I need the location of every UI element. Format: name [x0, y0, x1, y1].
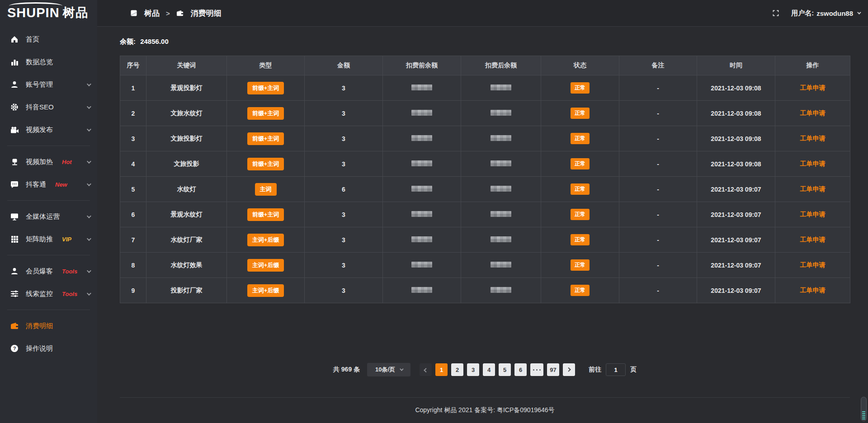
brand-logo: SHUPIN 树品	[0, 0, 97, 25]
widget-stripes	[862, 411, 865, 419]
cell-remark: -	[619, 75, 697, 101]
sidebar-item-label: 数据总览	[26, 58, 53, 66]
goto-suffix: 页	[630, 366, 637, 374]
app-icon	[131, 10, 137, 16]
status-badge: 正常	[571, 234, 590, 245]
wallet-icon	[176, 10, 184, 16]
cell-time: 2021-12-03 09:07	[697, 278, 775, 303]
goto-page-input[interactable]	[606, 363, 626, 376]
type-tag: 前缀+主词	[247, 82, 284, 94]
breadcrumb-current[interactable]: 消费明细	[176, 8, 222, 19]
username-value: zswodun88	[816, 9, 853, 17]
chevron-down-icon	[87, 159, 91, 164]
sidebar-item-video-publish[interactable]: 视频发布	[0, 118, 97, 141]
chevron-down-icon	[400, 367, 403, 371]
wallet-icon	[10, 322, 19, 329]
sidebar-item-matrix-boost[interactable]: 矩阵助推 VIP	[0, 228, 97, 250]
type-tag: 主词+后缀	[247, 284, 284, 297]
cell-action: 工单申请	[775, 101, 850, 126]
next-page-button[interactable]	[563, 363, 575, 376]
prev-page-button[interactable]	[420, 363, 432, 376]
video-camera-icon	[10, 126, 19, 134]
page-button-4[interactable]: 4	[483, 363, 495, 376]
ticket-apply-link[interactable]: 工单申请	[800, 211, 826, 218]
sidebar-item-account[interactable]: 账号管理	[0, 73, 97, 96]
sidebar-item-lead-monitor[interactable]: 线索监控 Tools	[0, 282, 97, 305]
ticket-apply-link[interactable]: 工单申请	[800, 236, 826, 243]
ticket-apply-link[interactable]: 工单申请	[800, 261, 826, 268]
status-badge: 正常	[571, 209, 590, 220]
breadcrumb-root[interactable]: 树品	[131, 8, 160, 19]
sidebar-item-label: 账号管理	[26, 80, 53, 89]
page-button-2[interactable]: 2	[451, 363, 463, 376]
cell-status: 正常	[541, 126, 619, 151]
chevron-down-icon	[87, 268, 91, 273]
status-badge: 正常	[571, 82, 590, 94]
type-tag: 前缀+主词	[247, 208, 284, 221]
table-row: 8 水纹灯效果 主词+后缀 3 正常 - 2021-12-03 09:07 工单…	[120, 253, 850, 278]
sidebar-item-consumption-detail[interactable]: 消费明细	[0, 315, 97, 337]
more-pages-button[interactable]	[530, 363, 543, 376]
page-button-3[interactable]: 3	[467, 363, 479, 376]
cell-index: 2	[120, 101, 146, 126]
ticket-apply-link[interactable]: 工单申请	[800, 160, 826, 167]
breadcrumb: 树品 > 消费明细	[131, 8, 222, 19]
cell-status: 正常	[541, 202, 619, 227]
user-icon	[10, 267, 19, 275]
ticket-apply-link[interactable]: 工单申请	[800, 185, 826, 193]
page-button-1[interactable]: 1	[435, 363, 448, 376]
sidebar-item-label: 矩阵助推	[26, 235, 53, 244]
sidebar-item-omnimedia[interactable]: 全媒体运营	[0, 205, 97, 228]
page-button-last[interactable]: 97	[547, 363, 559, 376]
sidebar: SHUPIN 树品 首页 数据总览 账号管理 抖音SEO	[0, 0, 97, 423]
floating-widget[interactable]	[861, 397, 867, 421]
page-button-6[interactable]: 6	[514, 363, 527, 376]
cell-index: 5	[120, 177, 146, 202]
sidebar-divider	[7, 255, 90, 255]
status-badge: 正常	[571, 183, 590, 195]
username-label: 用户名:	[791, 9, 814, 18]
ticket-apply-link[interactable]: 工单申请	[800, 109, 826, 117]
cell-balance-before	[383, 151, 461, 177]
cell-index: 8	[120, 253, 146, 278]
cell-status: 正常	[541, 151, 619, 177]
page-size-select[interactable]: 10条/页	[367, 363, 410, 376]
cell-keyword: 文旅投影灯	[146, 126, 227, 151]
ticket-apply-link[interactable]: 工单申请	[800, 84, 826, 91]
page-size-value: 10条/页	[375, 366, 395, 374]
type-tag: 前缀+主词	[247, 132, 284, 145]
ticket-apply-link[interactable]: 工单申请	[800, 135, 826, 142]
sidebar-item-member-burst[interactable]: 会员爆客 Tools	[0, 260, 97, 282]
col-header-time: 时间	[697, 56, 775, 75]
redacted-balance	[411, 85, 432, 90]
fullscreen-icon[interactable]	[772, 9, 779, 17]
balance-label: 余额:	[120, 38, 136, 45]
cell-keyword: 水纹灯	[146, 177, 227, 202]
sidebar-item-label: 抖音SEO	[26, 103, 54, 112]
svg-text:?: ?	[13, 346, 16, 351]
cell-balance-before	[383, 278, 461, 303]
breadcrumb-root-label: 树品	[144, 8, 160, 19]
cell-time: 2021-12-03 09:07	[697, 177, 775, 202]
page-button-5[interactable]: 5	[499, 363, 511, 376]
user-menu[interactable]: 用户名: zswodun88	[791, 9, 860, 18]
goto-label: 前往	[589, 366, 601, 374]
type-tag: 前缀+主词	[247, 158, 284, 170]
sidebar-item-home[interactable]: 首页	[0, 28, 97, 51]
sidebar-item-label: 视频发布	[26, 126, 53, 134]
redacted-balance	[491, 236, 511, 242]
sidebar-item-instructions[interactable]: ? 操作说明	[0, 337, 97, 360]
cell-type: 主词+后缀	[227, 278, 305, 303]
chevron-down-icon	[87, 182, 91, 186]
bar-chart-icon	[10, 58, 19, 66]
sidebar-item-video-heat[interactable]: 视频加热 Hot	[0, 150, 97, 173]
cell-action: 工单申请	[775, 202, 850, 227]
sidebar-item-douyin-seo[interactable]: 抖音SEO	[0, 96, 97, 118]
sidebar-item-label: 操作说明	[26, 344, 53, 353]
ticket-apply-link[interactable]: 工单申请	[800, 287, 826, 294]
chevron-down-icon	[87, 214, 91, 218]
sidebar-item-data-overview[interactable]: 数据总览	[0, 51, 97, 73]
redacted-balance	[491, 211, 511, 217]
footer: Copyright 树品 2021 备案号: 粤ICP备09019646号	[120, 397, 850, 414]
sidebar-item-doukertong[interactable]: 抖客通 New	[0, 173, 97, 196]
